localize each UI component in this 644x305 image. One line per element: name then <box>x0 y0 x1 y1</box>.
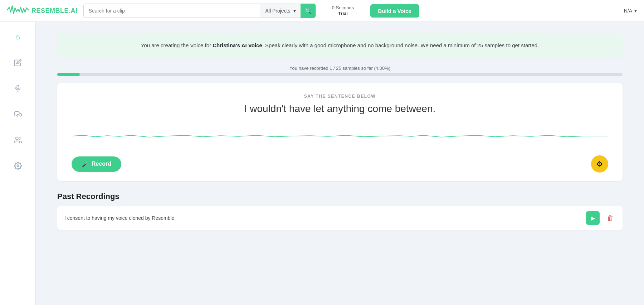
sidebar-item-edit[interactable] <box>10 55 26 71</box>
build-voice-button[interactable]: Build a Voice <box>370 4 419 18</box>
progress-label: You have recorded 1 / 25 samples so far … <box>57 66 623 71</box>
recording-card: SAY THE SENTENCE BELOW I wouldn't have l… <box>57 83 623 181</box>
card-actions: 🎤 Record ⚙ <box>72 155 608 173</box>
search-input[interactable] <box>84 8 260 14</box>
search-button[interactable]: 🔍 <box>301 4 316 18</box>
logo: RESEMBLE.AI <box>7 4 78 18</box>
recording-text: I consent to having my voice cloned by R… <box>64 215 580 221</box>
user-name: N/A <box>624 8 632 14</box>
play-button[interactable]: ▶ <box>586 211 600 225</box>
chevron-down-icon: ▾ <box>293 8 296 14</box>
trial-info: 0 Seconds Trial <box>322 5 365 16</box>
search-bar[interactable]: All Projects ▾ 🔍 <box>83 4 316 18</box>
play-icon: ▶ <box>591 215 595 222</box>
trial-seconds: 0 Seconds <box>332 5 354 11</box>
list-item: I consent to having my voice cloned by R… <box>57 206 623 230</box>
main-content: You are creating the Voice for Christina… <box>36 22 644 305</box>
sidebar-item-upload[interactable] <box>10 106 26 122</box>
layout: ⌂ <box>0 22 644 305</box>
say-sentence-label: SAY THE SENTENCE BELOW <box>72 94 608 99</box>
mic-icon: 🎤 <box>82 161 89 168</box>
search-icon: 🔍 <box>304 8 312 14</box>
gear-icon: ⚙ <box>596 160 603 168</box>
progress-section: You have recorded 1 / 25 samples so far … <box>57 66 623 76</box>
past-recordings-section: Past Recordings I consent to having my v… <box>57 188 623 230</box>
svg-point-5 <box>17 165 19 167</box>
info-banner: You are creating the Voice for Christina… <box>57 33 623 58</box>
settings-button[interactable]: ⚙ <box>591 155 608 173</box>
header: RESEMBLE.AI All Projects ▾ 🔍 0 Seconds T… <box>0 0 644 22</box>
svg-rect-0 <box>17 85 19 89</box>
record-button[interactable]: 🎤 Record <box>72 156 121 172</box>
trial-label: Trial <box>338 11 348 16</box>
svg-point-4 <box>15 137 18 140</box>
past-recordings-title: Past Recordings <box>57 192 623 201</box>
sentence-display: I wouldn't have let anything come betwee… <box>72 103 608 115</box>
sidebar-item-team[interactable] <box>10 132 26 148</box>
sidebar: ⌂ <box>0 22 36 305</box>
delete-button[interactable]: 🗑 <box>605 213 615 224</box>
user-menu[interactable]: N/A ▾ <box>624 8 637 14</box>
sidebar-item-home[interactable]: ⌂ <box>10 29 26 45</box>
progress-bar-fill <box>57 73 80 76</box>
waveform-display <box>72 125 608 147</box>
logo-text: RESEMBLE.AI <box>31 7 78 15</box>
logo-wave-icon <box>7 4 29 18</box>
progress-bar-background <box>57 73 623 76</box>
chevron-down-icon: ▾ <box>634 8 637 14</box>
all-projects-dropdown[interactable]: All Projects ▾ <box>260 4 301 18</box>
trash-icon: 🗑 <box>607 214 614 222</box>
sidebar-item-microphone[interactable] <box>10 81 26 96</box>
past-recordings-list: I consent to having my voice cloned by R… <box>57 206 623 230</box>
sidebar-item-settings[interactable] <box>10 158 26 174</box>
